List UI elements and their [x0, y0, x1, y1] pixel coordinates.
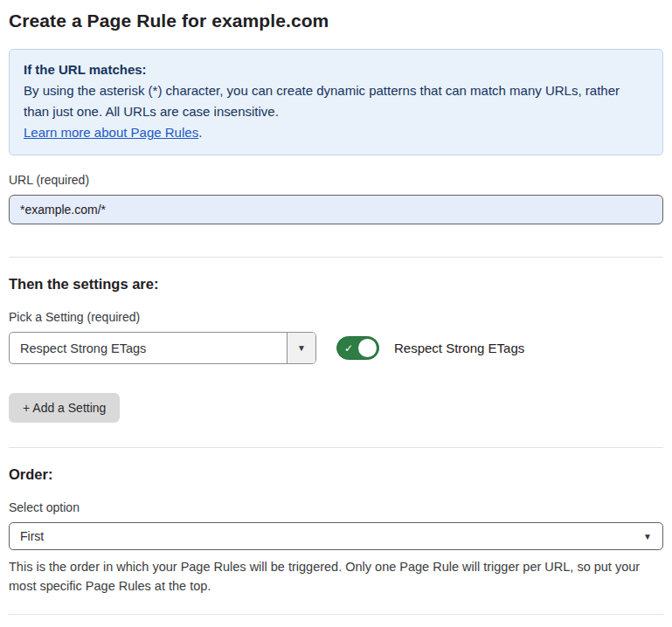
chevron-down-icon: ▼: [297, 343, 306, 353]
respect-strong-etags-toggle[interactable]: ✓: [336, 336, 379, 360]
order-select-value: First: [20, 529, 44, 543]
section-divider: [9, 257, 663, 258]
create-page-rule-form: Create a Page Rule for example.com If th…: [0, 0, 672, 627]
url-input[interactable]: [9, 195, 663, 224]
toggle-knob: [358, 339, 377, 357]
info-box-body: By using the asterisk (*) character, you…: [24, 80, 648, 122]
setting-select[interactable]: Respect Strong ETags ▼: [9, 332, 316, 364]
url-field-label: URL (required): [9, 173, 663, 187]
check-icon: ✓: [344, 342, 353, 353]
section-divider: [9, 447, 663, 448]
learn-more-link[interactable]: Learn more about Page Rules: [24, 125, 198, 140]
chevron-down-icon: ▼: [643, 532, 652, 541]
toggle-label: Respect Strong ETags: [394, 341, 524, 355]
setting-select-caret-button[interactable]: ▼: [287, 333, 315, 363]
order-select[interactable]: First ▼: [9, 522, 663, 550]
info-box-link-line: Learn more about Page Rules.: [24, 122, 648, 143]
page-title: Create a Page Rule for example.com: [9, 10, 663, 31]
pick-setting-label: Pick a Setting (required): [9, 310, 663, 324]
setting-select-value: Respect Strong ETags: [10, 333, 287, 363]
link-suffix: .: [198, 125, 202, 140]
info-box-heading: If the URL matches:: [24, 59, 648, 80]
order-section-heading: Order:: [9, 466, 663, 483]
order-help-text: This is the order in which your Page Rul…: [9, 557, 663, 596]
settings-section-heading: Then the settings are:: [9, 276, 663, 293]
url-matches-info-box: If the URL matches: By using the asteris…: [9, 49, 663, 155]
add-setting-button[interactable]: + Add a Setting: [9, 393, 120, 423]
setting-row: Respect Strong ETags ▼ ✓ Respect Strong …: [9, 332, 663, 364]
order-select-label: Select option: [9, 500, 663, 514]
footer-divider: [9, 614, 663, 615]
